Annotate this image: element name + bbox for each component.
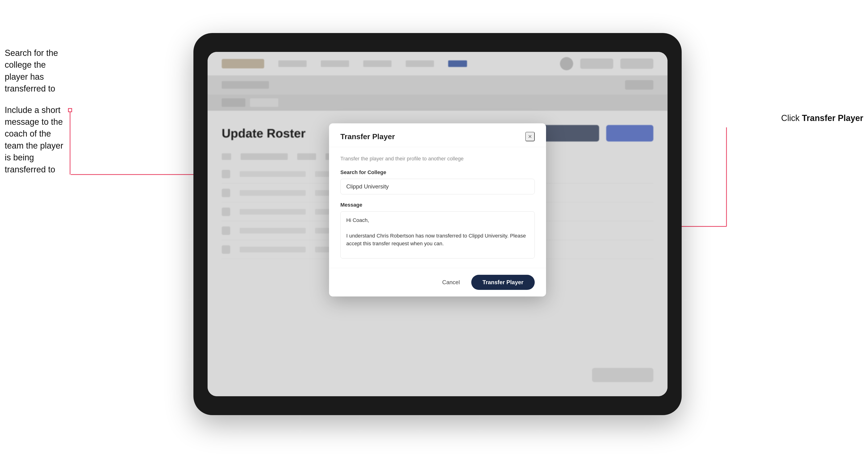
modal-footer: Cancel Transfer Player [329,268,546,297]
annotation-text-search: Search for the college the player has tr… [5,47,71,95]
message-label: Message [340,202,535,208]
search-college-label: Search for College [340,169,535,176]
annotation-right: Click Transfer Player [781,113,863,123]
cancel-button[interactable]: Cancel [437,276,466,289]
tablet-device: Update Roster [193,33,682,415]
modal-body: Transfer the player and their profile to… [329,147,546,268]
close-icon: × [528,133,532,140]
annotation-left: Search for the college the player has tr… [5,47,71,185]
tablet-screen: Update Roster [208,52,668,396]
search-college-input[interactable] [340,179,535,194]
transfer-player-modal: Transfer Player × Transfer the player an… [329,123,546,297]
modal-close-button[interactable]: × [525,132,535,141]
annotation-text-message: Include a short message to the coach of … [5,104,71,176]
annotation-text-click-prefix: Click [781,113,802,123]
annotation-text-click-bold: Transfer Player [802,113,863,123]
transfer-player-button[interactable]: Transfer Player [471,275,535,290]
message-textarea[interactable] [340,211,535,258]
modal-header: Transfer Player × [329,123,546,147]
modal-title: Transfer Player [340,132,395,141]
modal-description: Transfer the player and their profile to… [340,156,535,162]
modal-overlay: Transfer Player × Transfer the player an… [208,52,668,396]
